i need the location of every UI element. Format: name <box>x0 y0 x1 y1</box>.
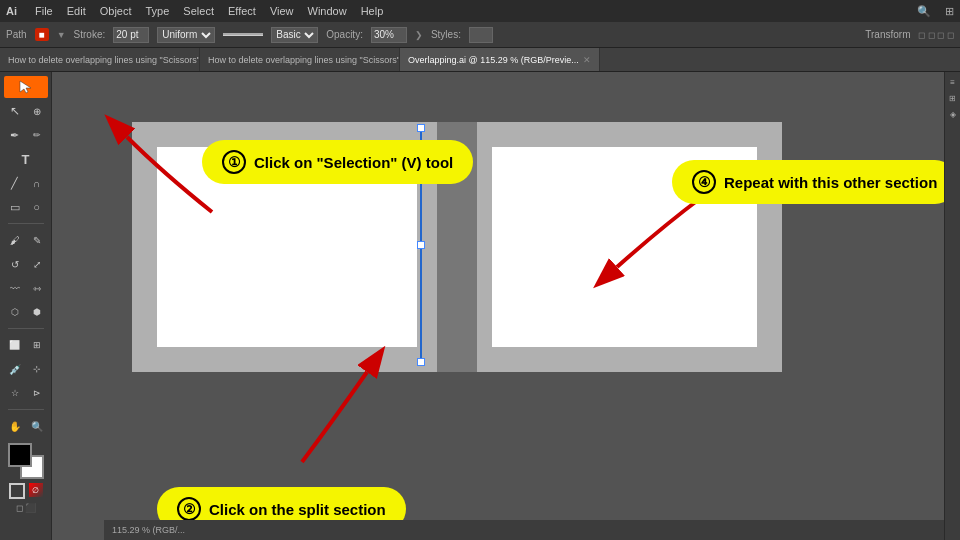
menu-window[interactable]: Window <box>308 5 347 17</box>
hand-tool[interactable]: ✋ <box>4 415 25 437</box>
pen-tool[interactable]: ✒ <box>4 124 25 146</box>
eyedrop-pair: 💉 ⊹ <box>4 358 47 380</box>
search-icon[interactable]: 🔍 <box>917 5 931 18</box>
menu-view[interactable]: View <box>270 5 294 17</box>
style-label: Styles: <box>431 29 461 40</box>
view-icons: ◻ ⬛ <box>16 503 36 513</box>
callout-1-num: ① <box>222 150 246 174</box>
tab-2[interactable]: Overlapping.ai @ 115.29 % (RGB/Previe...… <box>400 48 600 71</box>
callout-2-text: Click on the split section <box>209 501 386 518</box>
svg-marker-0 <box>20 81 31 93</box>
rect-tool[interactable]: ▭ <box>4 196 25 218</box>
tabs-bar: How to delete overlapping lines using "S… <box>0 48 960 72</box>
opacity-label: Opacity: <box>326 29 363 40</box>
tool-divider-3 <box>8 409 44 410</box>
mesh-tool[interactable]: ⊞ <box>26 334 47 356</box>
opacity-arrow-icon: ❯ <box>415 30 423 40</box>
right-panel: ≡ ⊞ ◈ <box>944 72 960 540</box>
menu-bar: Ai File Edit Object Type Select Effect V… <box>0 0 960 22</box>
sym-pair: ☆ ⊳ <box>4 382 47 404</box>
ellipse-tool[interactable]: ○ <box>26 196 47 218</box>
canvas-area: ① Click on "Selection" (V) tool ② Click … <box>52 72 944 540</box>
handle-bot[interactable] <box>417 358 425 366</box>
callout-4-text: Repeat with this other section <box>724 174 937 191</box>
tab-1[interactable]: How to delete overlapping lines using "S… <box>200 48 400 71</box>
callout-2-num: ② <box>177 497 201 521</box>
menu-help[interactable]: Help <box>361 5 384 17</box>
tool-divider-1 <box>8 223 44 224</box>
tab-0[interactable]: How to delete overlapping lines using "S… <box>0 48 200 71</box>
right-panel-icon-3[interactable]: ◈ <box>947 108 959 120</box>
group-select-tool[interactable]: ⊕ <box>26 100 47 122</box>
opacity-input[interactable] <box>371 27 407 43</box>
menu-effect[interactable]: Effect <box>228 5 256 17</box>
eyedrop-tool[interactable]: 💉 <box>4 358 25 380</box>
ai-logo: Ai <box>6 5 17 17</box>
transform-label: Transform <box>865 29 910 40</box>
foreground-color-swatch[interactable] <box>8 443 32 467</box>
shape-pair: ▭ ○ <box>4 196 47 218</box>
tab-0-label: How to delete overlapping lines using "S… <box>8 55 200 65</box>
stroke-profile-select[interactable]: Basic <box>271 27 318 43</box>
color-swatches[interactable] <box>8 443 44 479</box>
options-bar: Path ■ ▼ Stroke: Uniform Basic Opacity: … <box>0 22 960 48</box>
layout-icon[interactable]: ⊞ <box>945 5 954 18</box>
stroke-style-select[interactable]: Uniform <box>157 27 215 43</box>
menu-edit[interactable]: Edit <box>67 5 86 17</box>
status-bar: 115.29 % (RGB/... <box>104 520 944 540</box>
rotate-tool[interactable]: ↺ <box>4 253 25 275</box>
scale-tool[interactable]: ⤢ <box>26 253 47 275</box>
line-pair: ╱ ∩ <box>4 172 47 194</box>
type-tool[interactable]: T <box>4 148 48 170</box>
stroke-line-preview <box>223 33 263 36</box>
direct-select-pair: ↖ ⊕ <box>4 100 47 122</box>
symbol-tool[interactable]: ☆ <box>4 382 25 404</box>
blend-tool[interactable]: ⬡ <box>4 301 25 323</box>
menu-object[interactable]: Object <box>100 5 132 17</box>
toolbar: ↖ ⊕ ✒ ✏ T ╱ ∩ ▭ ○ 🖌 ✎ ↺ ⤢ 〰 ⇿ ⬡ <box>0 72 52 540</box>
callout-4: ④ Repeat with this other section <box>672 160 944 204</box>
tab-1-label: How to delete overlapping lines using "S… <box>208 55 400 65</box>
stroke-color-swatch[interactable]: ■ <box>35 28 49 41</box>
stroke-label: Stroke: <box>74 29 106 40</box>
normal-view-icon[interactable]: ◻ <box>16 503 23 513</box>
gradient-tool[interactable]: ⬜ <box>4 334 25 356</box>
stroke-dropdown-icon: ▼ <box>57 30 66 40</box>
right-panel-icon-2[interactable]: ⊞ <box>947 92 959 104</box>
tab-2-close[interactable]: ✕ <box>583 55 591 65</box>
style-input[interactable] <box>469 27 493 43</box>
warp-pair: 〰 ⇿ <box>4 277 47 299</box>
arc-tool[interactable]: ∩ <box>26 172 47 194</box>
stroke-value-input[interactable] <box>113 27 149 43</box>
selection-tool-icon <box>19 80 33 94</box>
menu-file[interactable]: File <box>35 5 53 17</box>
hand-pair: ✋ 🔍 <box>4 415 47 437</box>
warp-tool[interactable]: 〰 <box>4 277 25 299</box>
pen-add-tool[interactable]: ✏ <box>26 124 47 146</box>
zoom-tool[interactable]: 🔍 <box>26 415 47 437</box>
line-tool[interactable]: ╱ <box>4 172 25 194</box>
pattern-tool[interactable]: ⬢ <box>26 301 47 323</box>
full-screen-icon[interactable]: ⬛ <box>25 503 36 513</box>
brush-pair: 🖌 ✎ <box>4 229 47 251</box>
width-tool[interactable]: ⇿ <box>26 277 47 299</box>
tab-2-label: Overlapping.ai @ 115.29 % (RGB/Previe... <box>408 55 579 65</box>
measure-tool[interactable]: ⊹ <box>26 358 47 380</box>
col-guide-tool[interactable]: ⊳ <box>26 382 47 404</box>
blend-pair: ⬡ ⬢ <box>4 301 47 323</box>
pencil-tool[interactable]: ✎ <box>26 229 47 251</box>
handle-top[interactable] <box>417 124 425 132</box>
right-panel-icon-1[interactable]: ≡ <box>947 76 959 88</box>
stroke-indicator[interactable] <box>9 483 25 499</box>
callout-4-num: ④ <box>692 170 716 194</box>
menu-type[interactable]: Type <box>146 5 170 17</box>
paint-tool[interactable]: 🖌 <box>4 229 25 251</box>
handle-mid[interactable] <box>417 241 425 249</box>
direct-select-tool[interactable]: ↖ <box>4 100 25 122</box>
none-indicator[interactable]: ∅ <box>29 483 43 497</box>
menu-select[interactable]: Select <box>183 5 214 17</box>
selection-tool[interactable] <box>4 76 48 98</box>
callout-1-text: Click on "Selection" (V) tool <box>254 154 453 171</box>
rotate-pair: ↺ ⤢ <box>4 253 47 275</box>
gradient-pair: ⬜ ⊞ <box>4 334 47 356</box>
